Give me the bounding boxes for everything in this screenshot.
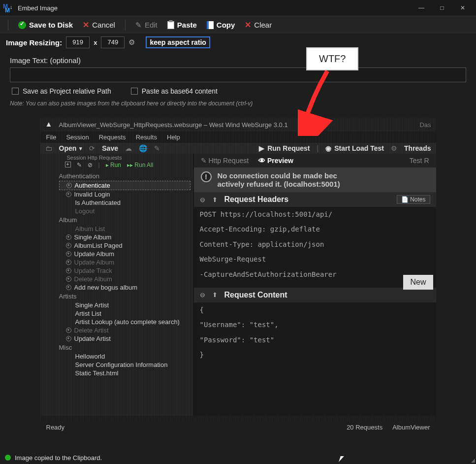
remove-icon[interactable]: ⊘ xyxy=(88,162,93,168)
tree-item[interactable]: +Single Album xyxy=(59,233,190,241)
window-title: Embed Image xyxy=(18,4,58,12)
start-load-test-button[interactable]: ◉ Start Load Test xyxy=(325,144,384,152)
plus-icon: + xyxy=(66,268,71,273)
plus-icon: + xyxy=(66,192,71,197)
edit-label: Edit xyxy=(145,21,158,29)
new-button[interactable]: New xyxy=(403,275,433,290)
cancel-button[interactable]: ✕ Cancel xyxy=(80,19,118,31)
request-tree: Authentication+Authenticate+Invalid Logi… xyxy=(40,170,193,378)
tab-http-request[interactable]: ✎ Http Request xyxy=(201,157,249,165)
folder-icon: 🗀 xyxy=(45,144,52,152)
height-input[interactable]: 749 xyxy=(101,36,125,48)
run-button[interactable]: ▸ Run xyxy=(106,162,121,168)
plus-icon: + xyxy=(66,276,71,282)
clear-label: Clear xyxy=(254,21,272,29)
tree-item[interactable]: +Update Track xyxy=(59,266,190,275)
tree-item[interactable]: Artist Lookup (auto complete search) xyxy=(59,318,190,326)
tree-item-label: Delete Artist xyxy=(74,327,109,334)
tree-item[interactable]: Helloworld xyxy=(59,352,190,361)
tree-item-label: Invalid Login xyxy=(74,191,110,198)
menu-file[interactable]: File xyxy=(46,133,57,141)
notes-button[interactable]: 📄 Notes xyxy=(397,195,430,204)
tree-item[interactable]: Single Artist xyxy=(59,301,190,309)
tree-item-label: Update Album xyxy=(74,250,115,258)
close-button[interactable]: ✕ xyxy=(452,0,473,15)
hint-note: Note: You can also paste images from the… xyxy=(0,97,476,112)
tree-item[interactable]: +Delete Artist xyxy=(59,326,190,334)
edit-icon[interactable]: ✎ xyxy=(154,144,160,152)
tree-item-label: Is Authenticated xyxy=(75,199,121,206)
width-input[interactable]: 919 xyxy=(66,36,90,48)
tree-item[interactable]: +Update Artist xyxy=(59,334,190,343)
tree-item[interactable]: Server Configuration Information xyxy=(59,361,190,369)
body-line: } xyxy=(194,347,436,362)
tree-item[interactable]: +Delete Album xyxy=(59,275,190,283)
gear-icon[interactable]: ⚙ xyxy=(391,144,397,152)
refresh-icon[interactable]: ⟳ xyxy=(89,144,95,152)
tree-item-label: Logout xyxy=(75,207,95,215)
tree-item-label: Server Configuration Information xyxy=(75,361,168,368)
edit-button[interactable]: ✎ Edit xyxy=(132,19,160,32)
tree-item[interactable]: Artist List xyxy=(59,309,190,318)
request-count: 20 Requests xyxy=(347,424,382,431)
tree-item[interactable]: Static Test.html xyxy=(59,369,190,377)
tree-item[interactable]: +Authenticate xyxy=(59,181,190,190)
alert-icon: ! xyxy=(201,171,212,182)
plus-icon: + xyxy=(66,336,71,341)
error-text-1: No connection could be made bec xyxy=(218,171,340,180)
menu-session[interactable]: Session xyxy=(66,133,89,141)
maximize-button[interactable]: □ xyxy=(432,0,452,15)
tree-item[interactable]: Logout xyxy=(59,207,190,215)
tree-group: Album xyxy=(59,215,190,225)
x-icon: ✕ xyxy=(83,22,89,29)
header-line: -CaptureAndSetAuthorizationBearer xyxy=(194,267,436,282)
base64-checkbox[interactable]: Paste as base64 content xyxy=(131,87,218,95)
menu-help[interactable]: Help xyxy=(167,133,180,141)
body-line: "Password": "test" xyxy=(194,332,436,347)
checkbox-icon xyxy=(12,88,19,95)
copy-icon xyxy=(207,21,214,29)
tree-item-label: Add new bogus album xyxy=(74,284,138,291)
tree-item[interactable]: +Update Album xyxy=(59,258,190,266)
tab-preview[interactable]: 👁 Preview xyxy=(258,157,293,165)
save-button[interactable]: Save xyxy=(102,144,118,152)
relative-path-checkbox[interactable]: Save as Project relative Path xyxy=(12,87,111,95)
tree-item[interactable]: Is Authenticated xyxy=(59,199,190,207)
relative-path-label: Save as Project relative Path xyxy=(23,87,111,95)
warning-icon xyxy=(45,121,54,129)
body-line: "Username": "test", xyxy=(194,317,436,332)
cloud-icon[interactable]: ☁ xyxy=(125,144,132,152)
tab-test[interactable]: Test R xyxy=(410,157,429,165)
add-icon[interactable]: + xyxy=(65,162,71,167)
gear-icon[interactable]: ⚙ xyxy=(128,38,135,47)
keep-aspect-ratio-button[interactable]: keep aspect ratio xyxy=(146,36,210,48)
right-panel: ✎ Http Request 👁 Preview Test R ! No con… xyxy=(194,154,436,416)
clear-button[interactable]: ✕ Clear xyxy=(242,19,275,31)
plus-icon: + xyxy=(66,285,71,290)
run-all-button[interactable]: ▸▸ Run All xyxy=(127,162,153,168)
paste-button[interactable]: Paste xyxy=(164,19,200,31)
inner-menu-bar: File Session Requests Results Help xyxy=(40,132,436,143)
tree-item[interactable]: +Update Album xyxy=(59,250,190,258)
collapse-icon[interactable]: ⊖ xyxy=(200,291,205,298)
app-logo-icon: M↓M xyxy=(3,3,13,13)
menu-requests[interactable]: Requests xyxy=(99,133,126,141)
edit-icon[interactable]: ✎ xyxy=(77,162,82,168)
tree-item[interactable]: +Invalid Login xyxy=(59,190,190,199)
collapse-icon[interactable]: ⊖ xyxy=(200,196,205,203)
paste-label: Paste xyxy=(177,21,197,29)
minimize-button[interactable]: — xyxy=(411,0,432,15)
globe-icon[interactable]: 🌐 xyxy=(139,144,147,152)
toolbar: Save to Disk ✕ Cancel ✎ Edit Paste Copy … xyxy=(0,16,476,33)
title-bar: M↓M Embed Image — □ ✕ xyxy=(0,0,476,16)
menu-results[interactable]: Results xyxy=(136,133,157,141)
run-request-button[interactable]: ▶ Run Request xyxy=(259,144,310,152)
save-to-disk-button[interactable]: Save to Disk xyxy=(15,19,76,31)
request-headers-title: Request Headers xyxy=(224,195,289,204)
open-button[interactable]: Open ▾ xyxy=(59,144,83,152)
image-text-input[interactable] xyxy=(10,67,466,82)
tree-item[interactable]: Album List xyxy=(59,225,190,233)
tree-item[interactable]: +AlbumList Paged xyxy=(59,241,190,250)
copy-button[interactable]: Copy xyxy=(204,19,238,31)
tree-item[interactable]: +Add new bogus album xyxy=(59,283,190,292)
